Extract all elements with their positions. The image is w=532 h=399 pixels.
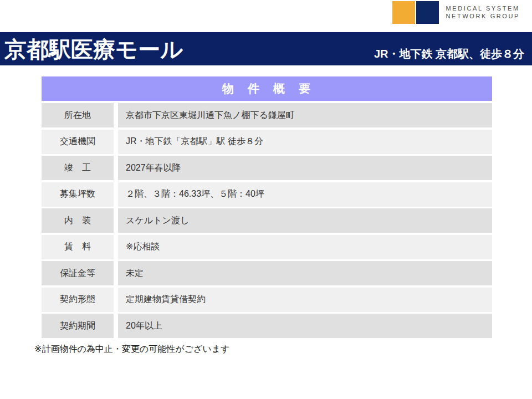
footnote: ※計画物件の為中止・変更の可能性がございます [34, 344, 229, 355]
row-label: 交通機関 [42, 130, 114, 154]
row-label: 竣 工 [42, 156, 114, 180]
table-row-completion: 竣 工 2027年春以降 [42, 156, 492, 180]
row-value: ２階、３階：46.33坪、５階：40坪 [118, 182, 492, 207]
table-row-rent: 賃 料 ※応相談 [42, 235, 492, 259]
property-summary-table: 物 件 概 要 所在地 京都市下京区東堀川通下魚ノ棚下る鎌屋町 交通機関 JR・… [42, 76, 492, 338]
logo-text: MEDICAL SYSTEM NETWORK GROUP [446, 4, 520, 20]
row-label: 内 装 [42, 208, 114, 233]
row-label: 賃 料 [42, 235, 114, 259]
column-divider [114, 182, 118, 207]
row-value: 20年以上 [118, 314, 492, 338]
station-access-subtitle: JR・地下鉄 京都駅、徒歩８分 [374, 47, 532, 65]
row-value: スケルトン渡し [118, 208, 492, 233]
column-divider [114, 235, 118, 259]
table-row-deposit: 保証金等 未定 [42, 261, 492, 285]
logo-text-line2: NETWORK GROUP [446, 12, 520, 20]
table-row-location: 所在地 京都市下京区東堀川通下魚ノ棚下る鎌屋町 [42, 103, 492, 127]
column-divider [114, 130, 118, 154]
table-row-interior: 内 装 スケルトン渡し [42, 208, 492, 233]
column-divider [114, 288, 118, 312]
row-value: ※応相談 [118, 235, 492, 259]
slide: MEDICAL SYSTEM NETWORK GROUP 京都駅医療モール JR… [0, 0, 532, 399]
row-value: 京都市下京区東堀川通下魚ノ棚下る鎌屋町 [118, 103, 492, 127]
logo-text-line1: MEDICAL SYSTEM [446, 4, 520, 12]
page-title: 京都駅医療モール [0, 33, 183, 65]
column-divider [114, 156, 118, 180]
row-label: 所在地 [42, 103, 114, 127]
column-divider [114, 208, 118, 233]
row-value: 未定 [118, 261, 492, 285]
table-title: 物 件 概 要 [42, 76, 492, 101]
table-row-floor-area: 募集坪数 ２階、３階：46.33坪、５階：40坪 [42, 182, 492, 207]
column-divider [114, 261, 118, 285]
logo-orange-square-icon [392, 1, 415, 24]
table-row-contract-term: 契約期間 20年以上 [42, 314, 492, 338]
table-rows: 所在地 京都市下京区東堀川通下魚ノ棚下る鎌屋町 交通機関 JR・地下鉄「京都駅」… [42, 103, 492, 338]
logo-navy-square-icon [416, 1, 439, 24]
row-value: 定期建物賃貸借契約 [118, 288, 492, 312]
row-label: 募集坪数 [42, 182, 114, 207]
column-divider [114, 103, 118, 127]
company-logo: MEDICAL SYSTEM NETWORK GROUP [392, 1, 520, 24]
row-label: 保証金等 [42, 261, 114, 285]
row-value: 2027年春以降 [118, 156, 492, 180]
table-row-contract-type: 契約形態 定期建物賃貸借契約 [42, 288, 492, 312]
row-value: JR・地下鉄「京都駅」駅 徒歩８分 [118, 130, 492, 154]
row-label: 契約形態 [42, 288, 114, 312]
column-divider [114, 314, 118, 338]
row-label: 契約期間 [42, 314, 114, 338]
title-band: 京都駅医療モール JR・地下鉄 京都駅、徒歩８分 [0, 32, 532, 65]
table-row-transport: 交通機関 JR・地下鉄「京都駅」駅 徒歩８分 [42, 130, 492, 154]
